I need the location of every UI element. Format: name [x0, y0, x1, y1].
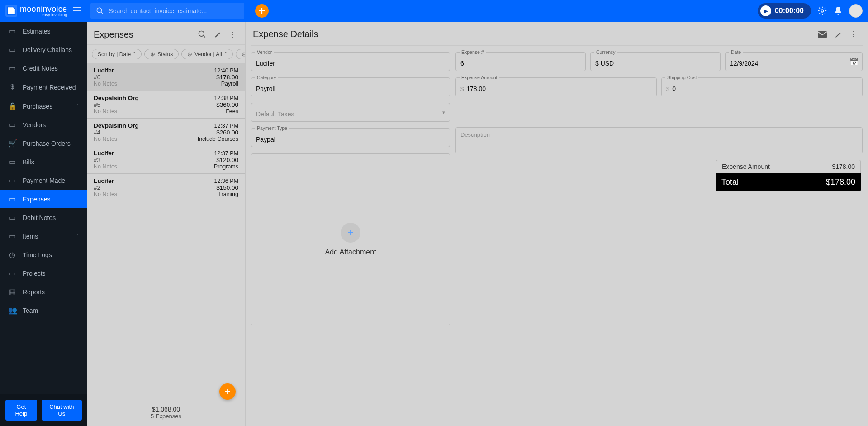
menu-toggle-icon[interactable] — [71, 5, 84, 16]
plus-circle-icon: ⊕ — [187, 51, 192, 57]
plus-circle-icon: ⊕ — [150, 51, 155, 57]
edit-icon[interactable] — [212, 29, 224, 40]
filter-chip[interactable]: ⊕D — [236, 49, 245, 59]
logo[interactable]: mooninvoice easy invoicing — [5, 5, 67, 17]
sidebar-item-label: Reports — [23, 288, 45, 296]
sidebar-item-purchases[interactable]: 🔒Purchases˄ — [0, 97, 87, 115]
sidebar-item-label: Payment Made — [23, 177, 65, 184]
timer[interactable]: ▶ 00:00:00 — [758, 3, 811, 19]
box-icon: ▭ — [8, 232, 16, 240]
truck-icon: ▭ — [8, 45, 16, 54]
date-field[interactable]: Date12/9/2024 — [725, 52, 863, 71]
chart-icon: ▦ — [8, 287, 16, 296]
more-icon[interactable]: ⋮ — [846, 28, 861, 40]
description-field[interactable]: Description — [455, 127, 863, 153]
shipping-cost-field[interactable]: Shipping Cost$0 — [661, 77, 863, 96]
sidebar-item-purchase-orders[interactable]: 🛒Purchase Orders — [0, 134, 87, 153]
folder-icon: ▭ — [8, 195, 16, 203]
more-icon[interactable]: ⋮ — [228, 29, 238, 41]
chevron-up-icon: ˄ — [76, 103, 79, 109]
add-attachment-icon[interactable]: + — [341, 223, 360, 243]
clock-icon: ◷ — [8, 250, 16, 259]
sidebar-item-label: Bills — [23, 158, 34, 166]
sidebar-item-label: Purchases — [23, 103, 52, 110]
sidebar-item-label: Credit Notes — [23, 65, 58, 72]
sidebar-item-delivery-challans[interactable]: ▭Delivery Challans — [0, 40, 87, 59]
dollar-icon: $ — [460, 86, 464, 92]
vendor-field[interactable]: VendorLucifer — [251, 52, 450, 71]
list-totals: $1,068.00 5 Expenses — [87, 402, 245, 426]
payment-type-field[interactable]: Payment TypePaypal — [251, 128, 450, 147]
attachment-label: Add Attachment — [325, 248, 376, 256]
edit-icon[interactable] — [831, 29, 846, 40]
sidebar-footer: Get Help Chat with Us — [0, 394, 87, 426]
sidebar-item-estimates[interactable]: ▭Estimates — [0, 22, 87, 40]
sidebar-item-debit-notes[interactable]: ▭Debit Notes — [0, 208, 87, 227]
chevron-down-icon: ˅ — [76, 233, 79, 239]
vendor-chip[interactable]: ⊕Vendor | All˅ — [181, 49, 233, 59]
note-icon: ▭ — [8, 64, 16, 72]
topbar: mooninvoice easy invoicing ▶ 00:00:00 — [0, 0, 868, 22]
settings-icon[interactable] — [817, 6, 827, 16]
dollar-icon: ＄ — [8, 82, 16, 92]
sidebar-item-label: Expenses — [23, 196, 50, 203]
dollar-icon: $ — [666, 86, 669, 92]
attachment-dropzone[interactable]: + Add Attachment — [251, 153, 450, 325]
expense-amount-field[interactable]: Expense Amount$178.00 — [455, 77, 657, 96]
search-input[interactable] — [109, 7, 239, 14]
cart-icon: 🛒 — [8, 139, 16, 148]
expense-list: Lucifer12:40 PM #6$178.00 No NotesPayrol… — [87, 63, 245, 402]
search-bar[interactable] — [90, 3, 244, 19]
store-icon: ▭ — [8, 120, 16, 129]
expense-detail-panel: Expense Details ⋮ VendorLucifer Category… — [246, 22, 868, 426]
taxes-select[interactable]: Default Taxes — [251, 103, 450, 122]
sidebar-item-time-logs[interactable]: ◷Time Logs — [0, 245, 87, 264]
avatar[interactable] — [849, 4, 863, 18]
total-amount: $1,068.00 — [87, 406, 245, 413]
sidebar-item-payment-made[interactable]: ▭Payment Made — [0, 171, 87, 190]
sidebar-item-label: Debit Notes — [23, 214, 56, 221]
svg-point-3 — [199, 31, 204, 37]
category-field[interactable]: CategoryPayroll — [251, 77, 450, 96]
sidebar-item-payment-received[interactable]: ＄Payment Received — [0, 77, 87, 97]
status-chip[interactable]: ⊕Status — [144, 49, 179, 59]
sidebar-item-credit-notes[interactable]: ▭Credit Notes — [0, 59, 87, 77]
sidebar-item-vendors[interactable]: ▭Vendors — [0, 115, 87, 134]
sidebar-item-projects[interactable]: ▭Projects — [0, 264, 87, 282]
chat-with-us-button[interactable]: Chat with Us — [42, 400, 82, 421]
folder-icon: ▭ — [8, 269, 16, 278]
bill-icon: ▭ — [8, 158, 16, 166]
expense-number-field[interactable]: Expense #6 — [455, 52, 586, 71]
currency-field[interactable]: Currency$ USD — [590, 52, 721, 71]
people-icon: 👥 — [8, 306, 16, 315]
sort-chip[interactable]: Sort by | Date˅ — [92, 49, 142, 59]
sidebar-item-items[interactable]: ▭Items˅ — [0, 227, 87, 245]
expense-list-item[interactable]: Devpalsinh Org12:38 PM #5$360.00 No Note… — [87, 91, 245, 119]
sidebar-item-team[interactable]: 👥Team — [0, 301, 87, 320]
sidebar-item-label: Projects — [23, 270, 46, 277]
sidebar-item-expenses[interactable]: ▭Expenses — [0, 190, 87, 208]
expense-list-item[interactable]: Devpalsinh Org12:37 PM #4$260.00 No Note… — [87, 119, 245, 146]
expense-list-item[interactable]: Lucifer12:36 PM #2$150.00 No NotesTraini… — [87, 174, 245, 201]
document-icon: ▭ — [8, 27, 16, 35]
expense-list-item[interactable]: Lucifer12:37 PM #3$120.00 No NotesProgra… — [87, 146, 245, 174]
sidebar-item-label: Team — [23, 307, 38, 314]
svg-point-2 — [821, 10, 824, 12]
logo-icon — [5, 5, 17, 17]
sidebar-item-label: Payment Received — [23, 84, 76, 91]
total-count: 5 Expenses — [87, 413, 245, 420]
sidebar-item-reports[interactable]: ▦Reports — [0, 282, 87, 301]
play-icon: ▶ — [760, 5, 771, 16]
get-help-button[interactable]: Get Help — [5, 400, 37, 421]
brand-name: mooninvoice — [20, 5, 67, 13]
new-button[interactable] — [255, 4, 269, 18]
sidebar-item-label: Vendors — [23, 121, 46, 129]
sidebar-item-bills[interactable]: ▭Bills — [0, 153, 87, 171]
search-icon[interactable] — [196, 28, 209, 41]
mail-icon[interactable] — [814, 29, 831, 40]
add-expense-fab[interactable]: + — [219, 383, 236, 400]
sidebar-item-label: Estimates — [23, 28, 50, 35]
bell-icon[interactable] — [834, 6, 843, 16]
plus-circle-icon: ⊕ — [242, 51, 245, 57]
expense-list-item[interactable]: Lucifer12:40 PM #6$178.00 No NotesPayrol… — [87, 63, 245, 91]
